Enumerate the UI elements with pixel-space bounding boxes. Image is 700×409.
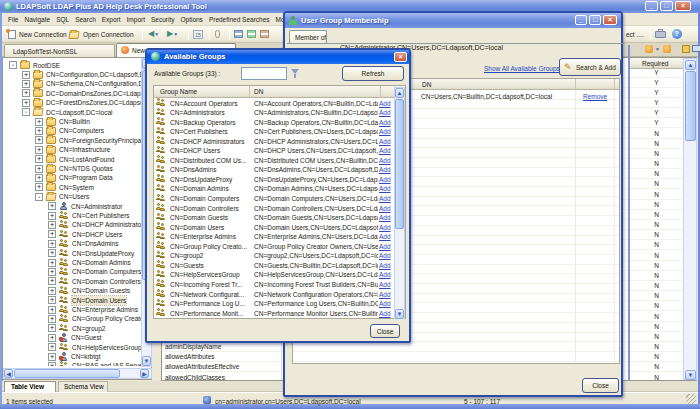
expand-icon[interactable]: + bbox=[35, 174, 43, 182]
tree-item-cn-group-policy-creator-owners[interactable]: +CN=Group Policy Creator Owners bbox=[48, 314, 141, 323]
resize-grip-icon[interactable] bbox=[686, 394, 696, 404]
attr-vscrollbar[interactable]: ▲ ▼ bbox=[683, 58, 697, 380]
ag-group-row[interactable]: CN=Enterprise AdminsCN=Enterprise Admins… bbox=[154, 232, 394, 242]
menu-file[interactable]: File bbox=[8, 15, 18, 24]
tree-item-cn-domain-computers[interactable]: +CN=Domain Computers bbox=[48, 267, 141, 276]
expand-icon[interactable]: + bbox=[48, 230, 56, 238]
ag-group-row[interactable]: CN=Domain AdminsCN=Domain Admins,CN=User… bbox=[154, 184, 394, 194]
tab-table-view[interactable]: Table View bbox=[4, 381, 56, 392]
attr-vscroll-up-icon[interactable]: ▲ bbox=[685, 60, 696, 70]
ag-group-row[interactable]: CN=Performance Monit...CN=Performance Mo… bbox=[154, 308, 394, 318]
expand-icon[interactable]: + bbox=[48, 249, 56, 257]
tree-item-cn-infrastructure[interactable]: +CN=Infrastructure bbox=[35, 145, 110, 154]
attribute-name[interactable]: allowedAttributesEffective bbox=[165, 362, 239, 371]
expand-icon[interactable]: + bbox=[48, 212, 56, 220]
expand-icon[interactable]: + bbox=[48, 324, 56, 332]
ag-add-link[interactable]: Add bbox=[379, 184, 391, 193]
ag-group-row[interactable]: CN=Network Configurat...CN=Network Confi… bbox=[154, 289, 394, 299]
ag-group-row[interactable]: CN=DHCP UsersCN=DHCP Users,CN=Users,DC=L… bbox=[154, 146, 394, 156]
tree-item-rootdse[interactable]: -RootDSE bbox=[9, 61, 60, 70]
tree-hscrollbar[interactable]: ◀ ▶ bbox=[3, 368, 152, 379]
tree-item-cn-domain-guests[interactable]: +CN=Domain Guests bbox=[48, 286, 130, 295]
expand-icon[interactable]: + bbox=[48, 221, 56, 229]
ag-group-row[interactable]: CN=DHCP AdministratorsCN=DHCP Administra… bbox=[154, 136, 394, 146]
ag-add-link[interactable]: Add bbox=[379, 99, 391, 108]
ugm-search-add-button[interactable]: ✎ Search & Add bbox=[559, 58, 621, 76]
ag-add-link[interactable]: Add bbox=[379, 232, 391, 241]
panel-icon-2[interactable] bbox=[663, 45, 671, 53]
ag-add-link[interactable]: Add bbox=[379, 223, 391, 232]
required-column-header[interactable]: Required bbox=[630, 58, 683, 69]
expand-icon[interactable]: + bbox=[22, 80, 30, 88]
ag-group-row[interactable]: CN=DnsAdminsCN=DnsAdmins,CN=Users,DC=Lda… bbox=[154, 165, 394, 175]
attr-vscroll-thumb[interactable] bbox=[685, 71, 696, 141]
ag-group-row[interactable]: CN=Domain ControllersCN=Domain Controlle… bbox=[154, 203, 394, 213]
panel-icon-monitor[interactable] bbox=[692, 45, 700, 52]
tree-item-cn-group2[interactable]: +CN=group2 bbox=[48, 324, 105, 333]
ag-add-link[interactable]: Add bbox=[379, 127, 391, 136]
expand-icon[interactable]: + bbox=[35, 136, 43, 144]
ag-add-link[interactable]: Add bbox=[379, 280, 391, 289]
expand-icon[interactable]: + bbox=[48, 343, 56, 351]
ag-group-row[interactable]: CN=Account OperatorsCN=Account Operators… bbox=[154, 98, 394, 108]
attribute-name[interactable]: adminDisplayName bbox=[165, 342, 221, 351]
expand-icon[interactable]: + bbox=[48, 277, 56, 285]
ag-add-link[interactable]: Add bbox=[379, 175, 391, 184]
expand-icon[interactable]: + bbox=[22, 71, 30, 79]
tree-item-cn-dnsadmins[interactable]: +CN=DnsAdmins bbox=[48, 239, 118, 248]
tree-item-cn-dnsupdateproxy[interactable]: +CN=DnsUpdateProxy bbox=[48, 249, 134, 258]
tree-item-cn-builtin[interactable]: +CN=Builtin bbox=[35, 117, 90, 126]
expand-icon[interactable]: + bbox=[48, 315, 56, 323]
ag-group-row[interactable]: CN=Incoming Forest Tr...CN=Incoming Fore… bbox=[154, 279, 394, 289]
tree-item-cn-users[interactable]: -CN=Users bbox=[35, 192, 89, 201]
expand-icon[interactable]: + bbox=[48, 306, 56, 314]
ag-close-button[interactable]: × bbox=[394, 52, 407, 62]
tree-item-cn-administrator[interactable]: +CN=Administrator bbox=[48, 202, 122, 211]
tree-item-cn-program-data[interactable]: +CN=Program Data bbox=[35, 173, 113, 182]
back-icon[interactable]: ◀▼ bbox=[148, 29, 159, 39]
tree-item-cn-domain-admins[interactable]: +CN=Domain Admins bbox=[48, 258, 131, 267]
panel-icon-3[interactable] bbox=[682, 45, 690, 53]
ag-close-button-bottom[interactable]: Close bbox=[370, 324, 400, 338]
ugm-member-row-dn[interactable]: CN=Users,CN=Builtin,DC=Ldapsoft,DC=local bbox=[421, 92, 552, 101]
ag-add-link[interactable]: Add bbox=[379, 108, 391, 117]
expand-icon[interactable]: + bbox=[48, 334, 56, 342]
expand-icon[interactable]: + bbox=[48, 268, 56, 276]
attr-vscroll-down-icon[interactable]: ▼ bbox=[685, 370, 696, 380]
menu-predefined-searches[interactable]: Predefined Searches bbox=[209, 15, 270, 24]
collapse-icon[interactable]: - bbox=[9, 61, 17, 69]
tree-hscroll-thumb[interactable] bbox=[14, 369, 120, 378]
ag-add-link[interactable]: Add bbox=[379, 165, 391, 174]
zoom-level-icon[interactable]: 15 bbox=[193, 30, 203, 39]
ag-add-link[interactable]: Add bbox=[379, 309, 391, 318]
ag-add-link[interactable]: Add bbox=[379, 118, 391, 127]
panel-icon-caret[interactable]: ▼ bbox=[655, 46, 660, 52]
ag-vscroll-up-icon[interactable]: ▲ bbox=[395, 88, 404, 98]
expand-icon[interactable]: + bbox=[22, 99, 30, 107]
tab-schema-view[interactable]: Schema View bbox=[58, 381, 108, 392]
tree-item-cn-system[interactable]: +CN=System bbox=[35, 183, 94, 192]
tab-ldapsofttest-nonssl[interactable]: LdapSoftTest-NonSSL bbox=[4, 44, 115, 57]
tree-item-cn-ntds-quotas[interactable]: +CN=NTDS Quotas bbox=[35, 164, 113, 173]
ag-group-row[interactable]: CN=HelpServicesGroupCN=HelpServicesGroup… bbox=[154, 270, 394, 280]
ag-group-row[interactable]: CN=Domain UsersCN=Domain Users,CN=Users,… bbox=[154, 222, 394, 232]
minimize-button[interactable]: _ bbox=[645, 1, 658, 11]
tree-item-cn-guest[interactable]: +CN=Guest bbox=[48, 333, 102, 342]
menu-import[interactable]: Import bbox=[127, 15, 145, 24]
tree-item-cn-domain-users[interactable]: +CN=Domain Users bbox=[48, 296, 126, 305]
menu-search[interactable]: Search bbox=[75, 15, 96, 24]
export-table-icon[interactable] bbox=[234, 30, 243, 38]
ag-group-row[interactable]: CN=Domain ComputersCN=Domain Computers,C… bbox=[154, 194, 394, 204]
menu-sql[interactable]: SQL bbox=[56, 15, 69, 24]
ugm-remove-link[interactable]: Remove bbox=[583, 92, 607, 101]
tree-item-cn-krbtgt[interactable]: +CN=krbtgt bbox=[48, 352, 100, 361]
expand-icon[interactable]: + bbox=[35, 118, 43, 126]
expand-icon[interactable]: + bbox=[35, 146, 43, 154]
attach-icon[interactable] bbox=[215, 30, 220, 38]
menu-export[interactable]: Export bbox=[102, 15, 121, 24]
ugm-show-all-groups-link[interactable]: Show All Available Groups bbox=[484, 64, 560, 73]
collapse-icon[interactable]: - bbox=[22, 108, 30, 116]
panel-icon-1[interactable] bbox=[645, 45, 653, 53]
ag-add-link[interactable]: Add bbox=[379, 251, 391, 260]
ag-add-link[interactable]: Add bbox=[379, 261, 391, 270]
